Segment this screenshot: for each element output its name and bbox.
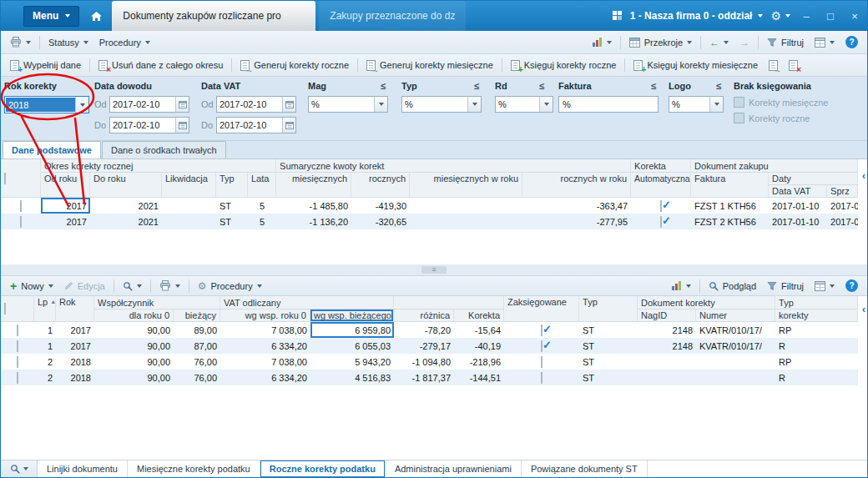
row-checkbox[interactable]	[17, 356, 18, 368]
auto-korekta-checkbox[interactable]	[660, 216, 662, 228]
edycja-button[interactable]: Edycja	[59, 279, 110, 293]
faktura-cell[interactable]: FZST 1 KTH56	[691, 198, 769, 214]
col-roznica[interactable]: różnica	[394, 309, 454, 322]
table-row[interactable]: 2017 2021 ST 5 -1 136,20 -320,65 -277,95…	[1, 214, 858, 229]
lata-cell[interactable]: 5	[248, 198, 276, 214]
lata-cell[interactable]: 5	[248, 214, 276, 229]
od-roku-cell[interactable]: 2017	[41, 198, 90, 214]
zaksiegowane-cell[interactable]	[504, 370, 579, 385]
menu-button[interactable]: Menu	[23, 6, 79, 27]
dla-roku-0-cell[interactable]: 90,00	[94, 354, 174, 370]
col-miesiecznych-w-roku[interactable]: miesięcznych w roku	[410, 173, 522, 198]
bottom-search-button[interactable]	[1, 460, 38, 477]
combo-dropdown-button[interactable]	[539, 97, 553, 112]
tab-dane-o-srodkach-trwalych[interactable]: Dane o środkach trwałych	[102, 141, 226, 158]
procedury-button[interactable]: Procedury	[94, 36, 155, 49]
calendar-button[interactable]	[282, 118, 295, 133]
col-typ[interactable]: Typ	[579, 296, 638, 322]
korekta-cell[interactable]: -218,96	[454, 354, 504, 370]
logo-operator[interactable]: ≤	[716, 81, 721, 91]
typ-cell[interactable]: ST	[579, 370, 638, 385]
col-dla-roku-0[interactable]: dla roku 0	[94, 309, 174, 322]
bottom-tab-powiazane-dokumenty[interactable]: Powiązane dokumenty ST	[522, 460, 648, 477]
maximize-button[interactable]: □	[822, 10, 839, 23]
miesiecznych-w-roku-cell[interactable]	[410, 214, 522, 229]
korekta-cell[interactable]: -144,51	[454, 370, 504, 385]
roznica-cell[interactable]: -78,20	[394, 322, 454, 338]
col-typ-korekty-line1[interactable]: Typ	[775, 296, 858, 309]
dla-roku-0-cell[interactable]: 90,00	[94, 322, 174, 338]
typ-cell[interactable]: ST	[216, 214, 248, 229]
print-button[interactable]	[154, 279, 185, 293]
calendar-button[interactable]	[175, 118, 189, 133]
likwidacja-cell[interactable]	[162, 214, 216, 229]
search-menu-button[interactable]	[118, 279, 147, 293]
col-korekta-header[interactable]: Korekta	[631, 159, 691, 173]
data-vat-od-input[interactable]: 2017-02-10	[216, 96, 296, 113]
group-dokument-korekty[interactable]: Dokument korekty	[638, 296, 775, 309]
faktura-cell[interactable]: FZST 2 KTH56	[691, 214, 769, 229]
usun-dane-button[interactable]: × Usuń dane z całego okresu	[93, 58, 228, 73]
col-miesiecznych[interactable]: miesięcznych	[276, 173, 351, 198]
table-row[interactable]: 2017 2021 ST 5 -1 485,80 -419,30 -363,47…	[1, 198, 858, 214]
typ-cell[interactable]: ST	[579, 354, 638, 370]
row-checkbox[interactable]	[17, 340, 18, 352]
chart-button[interactable]	[666, 279, 696, 293]
numer-cell[interactable]: KVATR/010/17/	[696, 322, 775, 338]
typ-korekty-cell[interactable]: R	[775, 338, 858, 354]
extra-action-red-button[interactable]: ×	[784, 58, 803, 73]
col-sprzedazy[interactable]: Sprz	[827, 185, 858, 198]
roznica-cell[interactable]: -1 094,80	[394, 354, 454, 370]
col-data-vat[interactable]: Data VAT	[769, 185, 827, 198]
rocznych-cell[interactable]: -419,30	[351, 198, 410, 214]
extra-action-green-button[interactable]: →	[764, 58, 783, 73]
typ-combobox[interactable]: %	[401, 96, 482, 113]
miesiecznych-w-roku-cell[interactable]	[410, 198, 522, 214]
nagid-cell[interactable]: 2148	[638, 322, 696, 338]
horizontal-splitter[interactable]: ≡	[1, 264, 867, 276]
rok-cell[interactable]: 2017	[56, 338, 94, 354]
group-okres-korekty-rocznej[interactable]: Okres korekty rocznej	[41, 159, 276, 173]
rd-combobox[interactable]: %	[495, 96, 553, 113]
row-checkbox[interactable]	[17, 325, 18, 336]
doc-tab-zakupy-przeznaczone[interactable]: Zakupy przeznaczone do dz	[319, 1, 466, 31]
zaksiegowane-checkbox[interactable]	[541, 340, 542, 352]
data-dowodu-od-input[interactable]: 2017-02-10	[109, 96, 189, 113]
rocznych-w-roku-cell[interactable]: -277,95	[522, 214, 631, 229]
wg-wsp-roku-0-cell[interactable]: 6 334,20	[220, 338, 310, 354]
bottom-tab-miesieczne-korekty[interactable]: Miesięczne korekty podatku	[128, 460, 260, 477]
od-roku-cell[interactable]: 2017	[41, 214, 90, 229]
doc-tab-dokumenty-zakupow[interactable]: Dokumenty zakupów rozliczane pro	[112, 1, 315, 31]
wg-wsp-roku-0-cell[interactable]: 7 038,00	[220, 322, 310, 338]
do-roku-cell[interactable]: 2021	[90, 198, 162, 214]
nagid-cell[interactable]	[638, 354, 696, 370]
logo-combobox[interactable]: %	[669, 96, 724, 113]
col-rocznych-w-roku[interactable]: rocznych w roku	[522, 173, 631, 198]
typ-korekty-cell[interactable]: R	[775, 370, 858, 385]
miesiecznych-cell[interactable]: -1 485,80	[276, 198, 351, 214]
wg-wsp-biezacego-cell[interactable]: 5 943,20	[310, 354, 394, 370]
group-dokument-zakupu[interactable]: Dokument zakupu	[691, 159, 858, 173]
numer-cell[interactable]: KVATR/010/17/	[696, 338, 775, 354]
wg-wsp-roku-0-cell[interactable]: 7 038,00	[220, 354, 310, 370]
row-select-cell[interactable]	[1, 198, 41, 214]
combo-dropdown-button[interactable]	[75, 97, 88, 113]
biezacy-cell[interactable]: 87,00	[174, 338, 220, 354]
lp-cell[interactable]: 2	[34, 370, 56, 385]
numer-cell[interactable]	[696, 354, 775, 370]
bottom-tab-roczne-korekty[interactable]: Roczne korekty podatku	[260, 460, 386, 477]
statusy-button[interactable]: Statusy	[43, 36, 93, 49]
roznica-cell[interactable]: -279,17	[394, 338, 454, 354]
ksieguj-korekty-roczne-button[interactable]: + Księguj korekty roczne	[506, 58, 622, 73]
splitter-grip[interactable]: ≡	[421, 266, 447, 274]
settings-gear-button[interactable]: ⚙	[770, 10, 790, 22]
data-vat-cell[interactable]: 2017-01-10	[769, 214, 827, 229]
collapse-panel-arrow[interactable]: ‹	[862, 170, 865, 181]
print-button[interactable]	[5, 35, 36, 49]
likwidacja-cell[interactable]	[162, 198, 216, 214]
col-lp[interactable]: Lp▲	[34, 296, 56, 322]
wg-wsp-biezacego-cell[interactable]: 4 516,83	[310, 370, 394, 385]
help-button[interactable]: ?	[840, 34, 863, 50]
row-select-cell[interactable]	[1, 322, 34, 338]
auto-korekta-checkbox[interactable]	[660, 200, 662, 212]
